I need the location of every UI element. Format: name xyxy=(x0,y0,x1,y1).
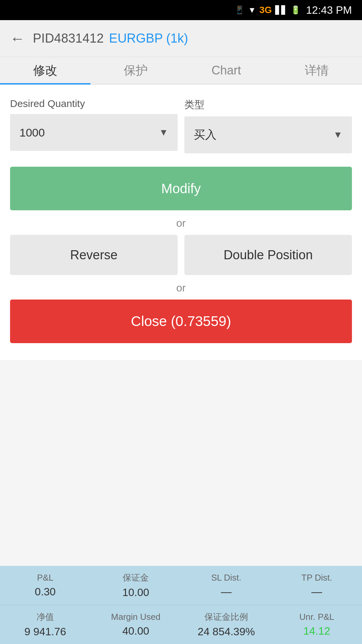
margin-used-value: 40.00 xyxy=(122,625,149,637)
status-icons: 📱 ▼ 3G ▋▋ 🔋 xyxy=(235,5,301,15)
quantity-value: 1000 xyxy=(19,126,45,139)
bottom-stats: P&L 0.30 保证金 10.00 SL Dist. — TP Dist. —… xyxy=(0,566,362,644)
modify-button[interactable]: Modify xyxy=(10,167,352,210)
close-button[interactable]: Close (0.73559) xyxy=(10,300,352,343)
quantity-group: Desired Quantity 1000 ▼ xyxy=(10,98,178,153)
header: ← PID4831412 EURGBP (1k) xyxy=(0,20,362,57)
type-group: 类型 买入 ▼ xyxy=(184,98,352,153)
nav-label: 净值 xyxy=(37,611,54,623)
or-text-1: or xyxy=(10,217,352,229)
stat-margin-used: Margin Used 40.00 xyxy=(90,605,181,644)
stats-row-1: P&L 0.30 保证金 10.00 SL Dist. — TP Dist. — xyxy=(0,566,362,605)
type-value: 买入 xyxy=(194,127,217,143)
margin-ratio-value: 24 854.39% xyxy=(198,626,255,638)
page-wrapper: 📱 ▼ 3G ▋▋ 🔋 12:43 PM ← PID4831412 EURGBP… xyxy=(0,0,362,644)
tab-modify[interactable]: 修改 xyxy=(0,57,90,84)
type-select[interactable]: 买入 ▼ xyxy=(184,116,352,153)
pl-value: 0.30 xyxy=(35,586,56,598)
phone-icon: 📱 xyxy=(235,5,245,15)
quantity-label: Desired Quantity xyxy=(10,98,178,109)
tp-dist-value: — xyxy=(311,586,322,598)
tp-dist-label: TP Dist. xyxy=(301,573,332,583)
battery-icon: 🔋 xyxy=(291,5,301,15)
stat-tp-dist: TP Dist. — xyxy=(272,566,362,605)
or-text-2: or xyxy=(10,282,352,294)
reverse-button[interactable]: Reverse xyxy=(10,235,178,275)
quantity-select[interactable]: 1000 ▼ xyxy=(10,114,178,151)
margin-label: 保证金 xyxy=(123,572,149,584)
margin-ratio-label: 保证金比例 xyxy=(204,611,248,623)
nav-value: 9 941.76 xyxy=(24,626,66,638)
stats-row-2: 净值 9 941.76 Margin Used 40.00 保证金比例 24 8… xyxy=(0,605,362,644)
tab-bar: 修改 保护 Chart 详情 xyxy=(0,57,362,85)
action-buttons-row: Reverse Double Position xyxy=(10,235,352,275)
margin-value: 10.00 xyxy=(122,586,149,599)
tab-protect[interactable]: 保护 xyxy=(90,57,181,84)
status-time: 12:43 PM xyxy=(306,4,352,16)
stat-sl-dist: SL Dist. — xyxy=(181,566,272,605)
double-position-button[interactable]: Double Position xyxy=(184,235,352,275)
header-symbol: EURGBP (1k) xyxy=(109,31,188,46)
tab-detail[interactable]: 详情 xyxy=(272,57,362,84)
type-label: 类型 xyxy=(184,98,352,112)
back-button[interactable]: ← xyxy=(10,31,25,46)
margin-used-label: Margin Used xyxy=(111,612,160,622)
network-label: 3G xyxy=(259,5,272,15)
signal-icon: ▋▋ xyxy=(275,5,287,15)
stat-margin-ratio: 保证金比例 24 854.39% xyxy=(181,605,272,644)
unr-pl-label: Unr. P&L xyxy=(299,612,334,622)
unr-pl-value: 14.12 xyxy=(303,625,330,637)
wifi-icon: ▼ xyxy=(248,5,256,15)
content-area: Desired Quantity 1000 ▼ 类型 买入 ▼ Modify o… xyxy=(0,85,362,360)
status-bar: 📱 ▼ 3G ▋▋ 🔋 12:43 PM xyxy=(0,0,362,20)
tab-chart[interactable]: Chart xyxy=(181,57,272,84)
stat-margin: 保证金 10.00 xyxy=(90,566,181,605)
form-row: Desired Quantity 1000 ▼ 类型 买入 ▼ xyxy=(10,98,352,153)
pl-label: P&L xyxy=(37,573,53,583)
sl-dist-label: SL Dist. xyxy=(211,573,241,583)
type-arrow-icon: ▼ xyxy=(333,129,343,140)
quantity-arrow-icon: ▼ xyxy=(159,127,168,138)
stat-pl: P&L 0.30 xyxy=(0,566,90,605)
sl-dist-value: — xyxy=(221,586,232,598)
header-pid: PID4831412 xyxy=(33,31,104,46)
header-title: PID4831412 EURGBP (1k) xyxy=(33,31,188,46)
stat-nav: 净值 9 941.76 xyxy=(0,605,90,644)
stat-unr-pl: Unr. P&L 14.12 xyxy=(272,605,362,644)
